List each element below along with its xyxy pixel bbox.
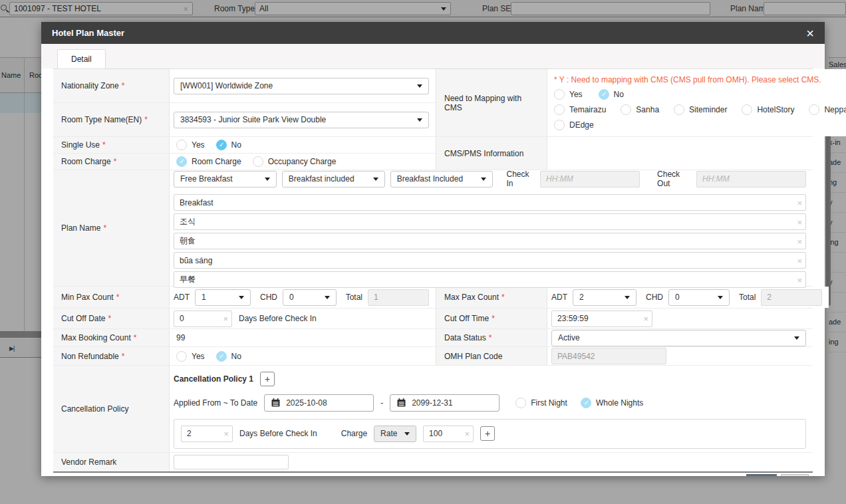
min-chd-label: CHD (260, 293, 277, 302)
single-use-yes-option[interactable]: Yes (176, 140, 205, 150)
cms-sanha-option[interactable]: Sanha (621, 104, 659, 115)
cancellation-days-box[interactable]: × (181, 426, 233, 442)
cut-off-time-input[interactable] (551, 311, 652, 327)
plan-name-input-row[interactable]: × (174, 271, 806, 288)
plan-name-zh-input[interactable] (174, 271, 806, 288)
hotel-plan-master-modal: Hotel Plan Master × Detail Nationality Z… (41, 22, 825, 476)
plan-name-ja-input[interactable] (174, 233, 806, 249)
cut-off-date-box[interactable]: × (174, 311, 232, 327)
check-out-input (696, 171, 806, 188)
charge-type-select[interactable]: Rate (374, 426, 416, 442)
cms-no-option[interactable]: No (599, 89, 624, 100)
applied-from-date[interactable]: 2025-10-08 (264, 394, 374, 412)
max-booking-count-label: Max Booking Count* (53, 329, 170, 346)
check-in-input (540, 171, 640, 188)
clear-icon[interactable]: × (797, 217, 802, 226)
plan-name-select-2[interactable]: Breakfast included (282, 171, 385, 188)
plan-name-select-3[interactable]: Breakfast Included (390, 171, 494, 188)
clear-icon[interactable]: × (223, 430, 229, 438)
plan-name-vi-input[interactable] (174, 252, 806, 269)
plan-name-input-row[interactable]: × (174, 194, 806, 211)
cut-off-date-label: Cut Off Date* (53, 309, 170, 328)
clear-icon[interactable]: × (643, 315, 648, 323)
radio-hotelstory[interactable] (742, 104, 752, 115)
cms-neppan-option[interactable]: Neppan (809, 104, 846, 115)
plan-name-en-input[interactable] (174, 194, 806, 211)
non-refundable-yes-option[interactable]: Yes (176, 351, 205, 362)
plan-name-ko-input[interactable] (174, 213, 806, 230)
vendor-remark-input[interactable] (174, 455, 289, 469)
close-icon[interactable]: × (806, 27, 814, 40)
footer-button-sliver[interactable] (781, 474, 809, 476)
nationality-zone-select[interactable]: [WW001] Worldwide Zone (174, 78, 429, 94)
data-status-select[interactable]: Active (551, 330, 806, 346)
radio-single-use-no[interactable] (216, 140, 227, 150)
radio-temairazu[interactable] (554, 104, 565, 115)
cancellation-days-suffix: Days Before Check In (239, 429, 317, 438)
cms-dedge-option[interactable]: DEdge (554, 120, 594, 130)
clear-icon[interactable]: × (797, 237, 802, 245)
applied-to-date[interactable]: 2099-12-31 (390, 394, 499, 412)
single-use-no-option[interactable]: No (216, 140, 241, 150)
check-out-label: Check Out (657, 170, 691, 188)
radio-siteminder[interactable] (674, 104, 684, 115)
plan-name-input-row[interactable]: × (174, 213, 806, 230)
cms-yes-option[interactable]: Yes (554, 89, 583, 100)
add-cancellation-policy-button[interactable]: + (260, 372, 275, 386)
min-total-label: Total (346, 293, 362, 302)
calendar-icon (271, 398, 280, 407)
cancellation-policy-label: Cancellation Policy (53, 366, 170, 452)
max-total-box (761, 289, 822, 306)
occupancy-charge-option[interactable]: Occupancy Charge (253, 156, 337, 167)
plan-name-input-row[interactable]: × (174, 233, 806, 249)
min-chd-select[interactable]: 0 (283, 289, 337, 306)
room-charge-label: Room Charge* (53, 154, 170, 170)
tab-detail[interactable]: Detail (57, 49, 106, 68)
max-adt-select[interactable]: 2 (573, 289, 636, 306)
radio-cms-no[interactable] (599, 89, 609, 100)
max-chd-select[interactable]: 0 (668, 289, 730, 306)
radio-non-refundable-no[interactable] (216, 351, 227, 362)
footer-button-sliver[interactable] (746, 474, 777, 476)
room-type-name-select[interactable]: 3834593 - Junior Suite Park View Double (174, 112, 429, 128)
plan-form: Nationality Zone* [WW001] Worldwide Zone… (53, 68, 813, 473)
clear-icon[interactable]: × (223, 315, 228, 323)
cut-off-time-box[interactable]: × (551, 311, 652, 327)
plan-name-select-1[interactable]: Free Breakfast (174, 171, 277, 188)
modal-header: Hotel Plan Master × (41, 22, 825, 44)
plan-name-input-row[interactable]: × (174, 252, 806, 269)
min-total-input (368, 289, 429, 306)
radio-dedge[interactable] (554, 120, 565, 130)
clear-icon[interactable]: × (464, 430, 470, 438)
non-refundable-no-option[interactable]: No (216, 351, 241, 362)
max-total-input (761, 289, 822, 306)
check-out-box (696, 171, 806, 188)
clear-icon[interactable]: × (797, 275, 802, 284)
radio-non-refundable-yes[interactable] (176, 351, 187, 362)
cms-temairazu-option[interactable]: Temairazu (554, 104, 606, 115)
min-pax-label: Min Pax Count* (53, 287, 170, 308)
clear-icon[interactable]: × (797, 256, 802, 265)
radio-single-use-yes[interactable] (176, 140, 187, 150)
cms-siteminder-option[interactable]: Siteminder (674, 104, 727, 115)
data-status-label: Data Status* (436, 329, 547, 346)
cms-hotelstory-option[interactable]: HotelStory (742, 104, 794, 115)
omh-plan-code-input (551, 348, 666, 364)
radio-occupancy-charge[interactable] (253, 156, 263, 167)
clear-icon[interactable]: × (797, 198, 802, 207)
radio-cms-yes[interactable] (554, 89, 565, 100)
add-cancellation-rule-button[interactable]: + (480, 426, 495, 441)
min-adt-select[interactable]: 1 (195, 289, 251, 306)
cut-off-date-suffix: Days Before Check In (239, 314, 317, 323)
radio-sanha[interactable] (621, 104, 631, 115)
cms-pms-info-label: CMS/PMS Information (436, 137, 547, 170)
whole-nights-option[interactable]: Whole Nights (581, 398, 643, 408)
radio-neppan[interactable] (809, 104, 819, 115)
radio-whole-nights[interactable] (581, 398, 591, 408)
first-night-option[interactable]: First Night (515, 398, 567, 408)
charge-value-box[interactable]: × (423, 426, 474, 442)
vendor-remark-box[interactable] (174, 455, 289, 469)
radio-first-night[interactable] (515, 398, 526, 408)
room-charge-option[interactable]: Room Charge (176, 156, 241, 167)
radio-room-charge[interactable] (176, 156, 187, 167)
